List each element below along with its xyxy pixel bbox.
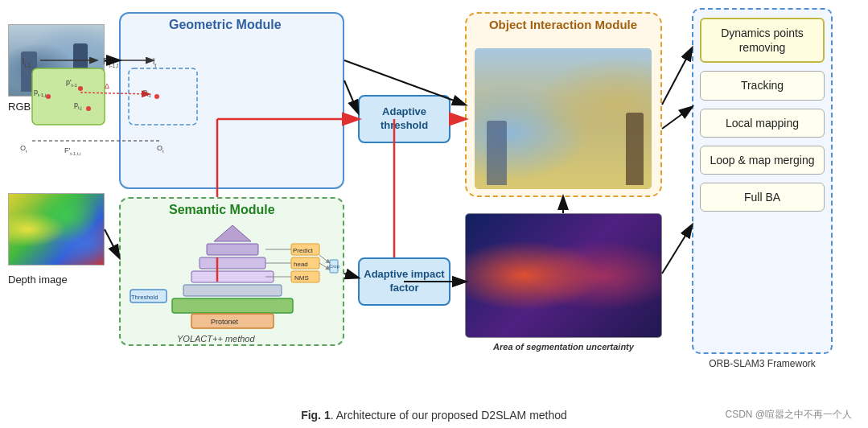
dynamics-points-box: Dynamics points removing	[700, 18, 825, 63]
scene-image	[475, 48, 652, 189]
depth-image-label: Depth image	[8, 274, 68, 286]
svg-point-6	[46, 94, 51, 99]
full-ba-label: Full BA	[744, 190, 780, 204]
segmentation-image	[465, 213, 662, 338]
svg-text:F't-1,t,i: F't-1,t,i	[64, 146, 81, 156]
local-mapping-box: Local mapping	[700, 109, 825, 138]
svg-line-36	[319, 255, 330, 263]
svg-text:Crop: Crop	[329, 264, 340, 269]
adaptive-impact-box: Adaptive impact factor	[358, 257, 450, 306]
figure-number: Fig. 1	[301, 409, 331, 422]
yolact-method-label: YOLACT++ method	[177, 334, 255, 344]
watermark: CSDN @喧嚣之中不再一个人	[725, 408, 852, 422]
svg-text:lt-1: lt-1	[23, 57, 31, 68]
svg-text:Ot: Ot	[157, 144, 164, 154]
svg-rect-16	[129, 68, 197, 125]
svg-text:Predict: Predict	[293, 247, 314, 254]
svg-line-47	[344, 274, 358, 278]
svg-rect-26	[172, 298, 293, 313]
geometric-module-label: Geometric Module	[169, 18, 282, 32]
local-mapping-label: Local mapping	[726, 116, 799, 130]
svg-line-56	[662, 48, 692, 105]
svg-rect-24	[191, 271, 274, 282]
svg-text:Threshold: Threshold	[131, 294, 158, 301]
semantic-module-label: Semantic Module	[169, 203, 275, 217]
svg-rect-22	[207, 244, 258, 255]
svg-marker-21	[214, 225, 251, 241]
svg-text:Δ: Δ	[105, 82, 109, 90]
svg-rect-23	[200, 257, 265, 269]
main-container: RGB image Depth image Geometric Module l…	[0, 0, 868, 428]
svg-text:NMS: NMS	[294, 274, 309, 282]
object-interaction-label: Object Interaction Module	[475, 18, 652, 31]
adaptive-threshold-text: Adaptive threshold	[360, 105, 449, 133]
geometric-diagram: lt-1 Rt-1,t lt pt-1,j p't-1 pt,j Ot Ot F…	[16, 44, 209, 161]
figure-caption-text: . Architecture of our proposed D2SLAM me…	[331, 409, 567, 422]
yolact-diagram: Predict head NMS Crop Threshold Protonet	[122, 221, 343, 338]
svg-text:pt,j: pt,j	[143, 88, 151, 97]
svg-text:Rt-1,t: Rt-1,t	[103, 57, 118, 68]
svg-point-8	[86, 106, 91, 111]
svg-rect-25	[183, 285, 282, 296]
full-ba-box: Full BA	[700, 183, 825, 212]
tracking-label: Tracking	[741, 78, 784, 93]
svg-text:lt: lt	[153, 57, 156, 68]
svg-line-46	[344, 80, 358, 113]
loop-map-merging-label: Loop & map merging	[710, 153, 815, 167]
svg-line-57	[662, 107, 692, 129]
loop-map-merging-box: Loop & map merging	[700, 146, 825, 175]
tracking-box: Tracking	[700, 71, 825, 100]
svg-text:head: head	[294, 261, 308, 268]
dynamics-points-label: Dynamics points removing	[706, 26, 819, 55]
svg-line-59	[662, 225, 692, 274]
adaptive-impact-text: Adaptive impact factor	[360, 268, 449, 295]
svg-point-17	[154, 94, 159, 99]
svg-line-45	[105, 229, 119, 257]
adaptive-threshold-box: Adaptive threshold	[358, 95, 450, 143]
svg-point-7	[78, 86, 83, 91]
orb-framework-label: ORB-SLAM3 Framework	[692, 358, 833, 369]
depth-image	[8, 193, 105, 265]
svg-text:Ot: Ot	[20, 144, 27, 154]
seg-uncertainty-label: Area of segmentation uncertainty	[465, 342, 662, 352]
svg-text:Protonet: Protonet	[211, 318, 239, 326]
orb-framework-box: Dynamics points removing Tracking Local …	[692, 8, 833, 354]
